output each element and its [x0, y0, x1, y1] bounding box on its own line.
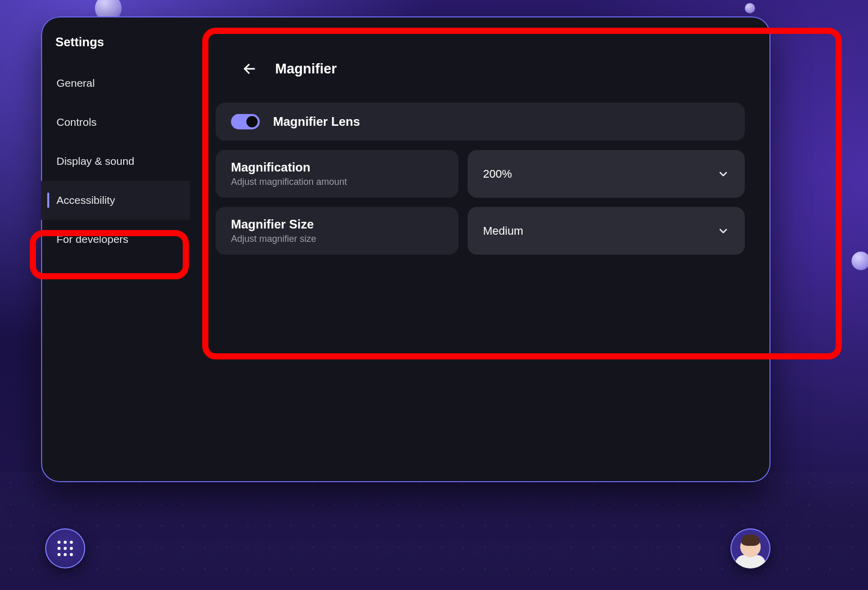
- sidebar-item-general[interactable]: General: [41, 64, 190, 103]
- avatar-icon: [730, 528, 770, 568]
- sidebar-item-label: General: [56, 77, 95, 89]
- sidebar-item-for-developers[interactable]: For developers: [41, 220, 190, 259]
- magnification-dropdown[interactable]: 200%: [468, 150, 745, 198]
- magnifier-lens-row: Magnifier Lens: [216, 103, 745, 141]
- magnifier-size-subtitle: Adjust magnifier size: [231, 234, 443, 244]
- magnifier-size-title: Magnifier Size: [231, 217, 443, 232]
- sidebar-item-accessibility[interactable]: Accessibility: [41, 181, 190, 220]
- sidebar-item-controls[interactable]: Controls: [41, 103, 190, 142]
- sidebar-title: Settings: [41, 30, 190, 64]
- magnification-title: Magnification: [231, 160, 443, 175]
- chevron-down-icon: [717, 168, 729, 180]
- profile-avatar-button[interactable]: [730, 528, 770, 568]
- panel-header: Magnifier: [238, 58, 745, 80]
- planet-decoration: [745, 3, 755, 13]
- ground-decoration: [0, 472, 868, 590]
- magnification-label-block: Magnification Adjust magnification amoun…: [216, 150, 458, 198]
- magnifier-size-row: Magnifier Size Adjust magnifier size Med…: [216, 207, 745, 255]
- toggle-knob: [246, 116, 258, 127]
- magnification-row: Magnification Adjust magnification amoun…: [216, 150, 745, 198]
- settings-window: Settings General Controls Display & soun…: [41, 16, 770, 482]
- apps-grid-icon: [57, 541, 73, 556]
- magnifier-size-label-block: Magnifier Size Adjust magnifier size: [216, 207, 458, 255]
- sidebar-item-label: For developers: [56, 233, 128, 245]
- magnifier-size-dropdown[interactable]: Medium: [468, 207, 745, 255]
- planet-decoration: [852, 252, 868, 270]
- chevron-down-icon: [717, 225, 729, 237]
- sidebar-item-label: Accessibility: [56, 194, 115, 206]
- arrow-left-icon: [242, 62, 257, 76]
- settings-panel: Magnifier Magnifier Lens Magnification A…: [190, 16, 770, 482]
- magnifier-size-value: Medium: [483, 224, 523, 238]
- apps-button[interactable]: [45, 528, 85, 568]
- sidebar-item-label: Controls: [56, 116, 97, 128]
- sidebar-item-label: Display & sound: [56, 155, 134, 167]
- settings-sidebar: Settings General Controls Display & soun…: [41, 16, 190, 482]
- magnification-value: 200%: [483, 167, 512, 181]
- magnifier-lens-toggle[interactable]: [231, 114, 260, 129]
- magnifier-lens-label: Magnifier Lens: [273, 115, 360, 129]
- magnification-subtitle: Adjust magnification amount: [231, 177, 443, 187]
- sidebar-item-display-sound[interactable]: Display & sound: [41, 142, 190, 181]
- back-button[interactable]: [238, 58, 261, 80]
- panel-title: Magnifier: [275, 61, 337, 77]
